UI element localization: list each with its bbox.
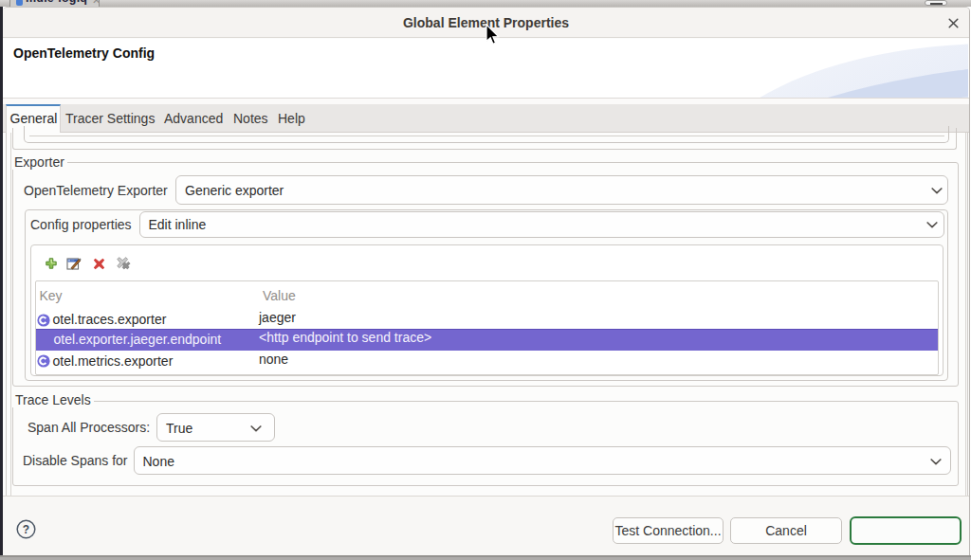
svg-text:?: ? <box>23 523 29 536</box>
